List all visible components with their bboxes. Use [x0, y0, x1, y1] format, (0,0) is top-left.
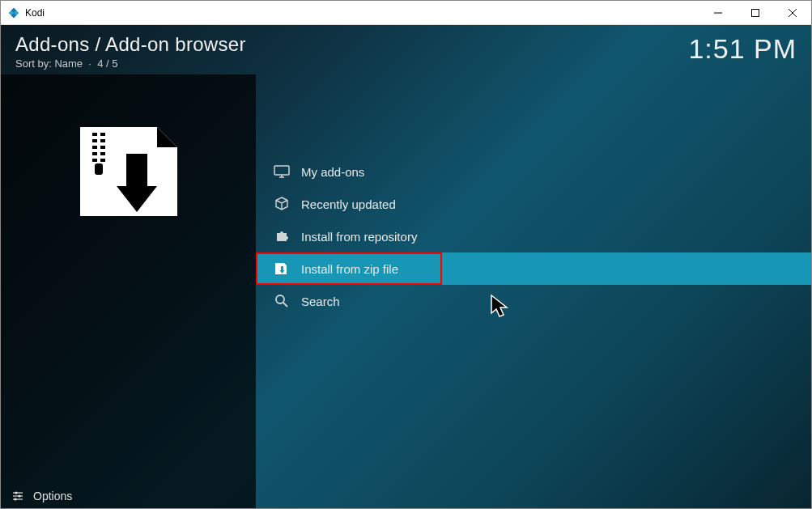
svg-rect-16 — [100, 159, 105, 162]
svg-rect-12 — [100, 146, 105, 149]
svg-rect-7 — [92, 133, 97, 136]
svg-point-30 — [14, 498, 16, 500]
maximize-button[interactable] — [737, 1, 774, 24]
menu-item-label: Recently updated — [301, 197, 396, 211]
minimize-button[interactable] — [699, 1, 737, 24]
options-icon — [11, 489, 25, 503]
puzzle-icon — [270, 228, 293, 244]
svg-rect-4 — [752, 9, 759, 16]
sort-label: Sort by: Name — [15, 57, 83, 70]
menu-item-label: Install from repository — [301, 230, 417, 244]
window-title: Kodi — [25, 7, 699, 19]
content-area: My add-ons Recently updated Install from… — [1, 74, 811, 508]
left-pane — [1, 74, 256, 508]
svg-rect-17 — [95, 163, 103, 175]
svg-point-23 — [276, 295, 284, 303]
svg-rect-8 — [100, 133, 105, 136]
list-counter: 4 / 5 — [97, 57, 117, 70]
sort-line: Sort by: Name · 4 / 5 — [15, 57, 246, 70]
menu-list: My add-ons Recently updated Install from… — [256, 74, 811, 508]
app-window: Kodi Add-ons / Add-on browser Sort by: N… — [0, 0, 812, 509]
menu-item-label: Search — [301, 295, 340, 308]
svg-line-24 — [283, 303, 287, 307]
svg-rect-19 — [274, 166, 289, 175]
close-button[interactable] — [774, 1, 811, 24]
svg-rect-10 — [100, 139, 105, 142]
app-body: Add-ons / Add-on browser Sort by: Name ·… — [1, 25, 811, 508]
menu-item-search[interactable]: Search — [256, 285, 811, 317]
svg-rect-22 — [281, 266, 283, 270]
bottom-bar[interactable]: Options — [1, 484, 811, 508]
package-icon — [270, 196, 293, 212]
menu-item-recently-updated[interactable]: Recently updated — [256, 188, 811, 220]
window-controls — [699, 1, 811, 24]
monitor-icon — [270, 163, 293, 180]
svg-rect-14 — [100, 152, 105, 155]
search-icon — [270, 293, 293, 309]
menu-item-install-repository[interactable]: Install from repository — [256, 220, 811, 252]
clock: 1:51 PM — [688, 33, 797, 70]
options-label: Options — [33, 490, 72, 503]
svg-point-26 — [15, 491, 17, 494]
menu-item-label: My add-ons — [301, 165, 364, 179]
zip-download-icon — [68, 123, 189, 220]
zip-icon — [270, 261, 293, 277]
menu-item-my-addons[interactable]: My add-ons — [256, 155, 811, 188]
svg-rect-18 — [126, 154, 147, 186]
svg-rect-9 — [92, 139, 97, 142]
header: Add-ons / Add-on browser Sort by: Name ·… — [1, 25, 811, 74]
breadcrumb: Add-ons / Add-on browser — [15, 33, 246, 56]
svg-point-28 — [18, 494, 20, 497]
menu-item-install-zip[interactable]: Install from zip file — [256, 252, 811, 285]
menu-item-label: Install from zip file — [301, 262, 398, 276]
svg-rect-13 — [92, 152, 97, 155]
svg-rect-15 — [92, 159, 97, 162]
titlebar: Kodi — [1, 1, 811, 25]
svg-rect-11 — [92, 146, 97, 149]
kodi-logo-icon — [7, 6, 20, 19]
